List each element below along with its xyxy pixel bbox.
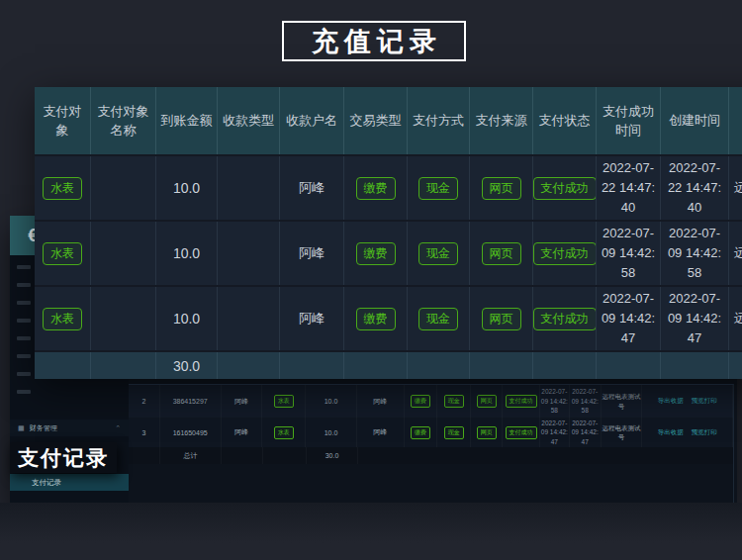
receive-type	[218, 287, 280, 350]
amount: 10.0	[306, 418, 357, 447]
header-trade-type: 交易类型	[344, 87, 408, 154]
object-name	[91, 287, 156, 350]
header-create-time: 创建时间	[661, 87, 729, 154]
amount: 10.0	[306, 385, 357, 418]
pay-source-tag: 网页	[482, 177, 521, 200]
create-time: 2022-07- 22 14:47: 40	[661, 156, 729, 220]
header-amount: 到账金额	[156, 87, 218, 154]
receive-type	[218, 222, 280, 285]
amount: 10.0	[156, 156, 218, 220]
payer-name: 阿峰	[222, 385, 263, 418]
trade-type-tag: 缴费	[356, 177, 396, 200]
pay-status-tag: 支付成功	[506, 426, 537, 439]
trade-type-tag: 缴费	[356, 308, 396, 330]
pay-method-tag: 现金	[418, 308, 458, 330]
create-time: 2022-07- 09 14:42: 58	[570, 385, 602, 418]
sidebar-item-payment-records[interactable]: 支付记录	[10, 474, 129, 491]
payee-name: 阿峰	[280, 287, 344, 350]
sidebar-section-finance[interactable]: ▦ 财务管理 ⌃	[10, 420, 129, 436]
sidebar-item-label: 支付记录	[32, 478, 61, 488]
recharge-records-table: 支付对象 支付对象名称 到账金额 收款类型 收款户名 交易类型 支付方式 支付来…	[35, 87, 742, 379]
page-title-box: 充值记录	[282, 21, 466, 61]
order-id: 161650495	[160, 418, 222, 447]
pay-object-tag: 水表	[43, 177, 82, 200]
export-receipt-link[interactable]: 导出收据	[658, 428, 684, 437]
success-time: 2022-07- 09 14:42: 47	[540, 418, 570, 447]
print-preview-link[interactable]: 预览打印	[692, 428, 717, 437]
background-table: 2 386415297 阿峰 水表 10.0 阿峰 缴费 现金 网页 支付成功 …	[129, 384, 734, 503]
sidebar-section-label: 财务管理	[30, 423, 57, 433]
header-pay-method: 支付方式	[408, 87, 470, 154]
pay-source-tag: 网页	[482, 308, 521, 330]
object-name	[91, 222, 156, 285]
header-pay-object: 支付对象	[35, 87, 91, 154]
create-time: 2022-07- 09 14:42: 47	[661, 287, 729, 350]
header-pay-status: 支付状态	[533, 87, 597, 154]
create-time: 2022-07- 09 14:42: 47	[570, 418, 602, 447]
success-time: 2022-07- 22 14:47: 40	[597, 156, 661, 220]
print-preview-link[interactable]: 预览打印	[692, 397, 717, 406]
remark: 远程电表测试号	[729, 222, 742, 285]
export-receipt-link[interactable]: 导出收据	[658, 397, 684, 406]
chevron-up-icon: ⌃	[115, 424, 121, 432]
page: { "title": "充值记录", "colors": { "accent_g…	[0, 0, 742, 560]
trade-type-tag: 缴费	[411, 395, 430, 408]
remark: 远程电表测试号	[602, 385, 643, 418]
pay-method-tag: 现金	[418, 242, 458, 265]
header-remark	[729, 87, 742, 154]
header-success-time: 支付成功时间	[597, 87, 661, 154]
row-index: 2	[129, 385, 160, 418]
pay-source-tag: 网页	[482, 242, 521, 265]
create-time: 2022-07- 09 14:42: 58	[661, 222, 729, 285]
window-bottom-shadow	[0, 503, 742, 560]
object-name	[91, 156, 156, 220]
header-payee: 收款户名	[280, 87, 344, 154]
payer-name: 阿峰	[222, 418, 263, 447]
pay-source-tag: 网页	[477, 395, 497, 408]
table-row: 3 161650495 阿峰 水表 10.0 阿峰 缴费 现金 网页 支付成功 …	[129, 418, 733, 447]
trade-type-tag: 缴费	[356, 242, 396, 265]
pay-status-tag: 支付成功	[533, 308, 597, 330]
total-amount: 30.0	[156, 352, 218, 379]
amount: 10.0	[156, 287, 218, 350]
pay-status-tag: 支付成功	[533, 242, 597, 265]
header-object-name: 支付对象名称	[91, 87, 156, 154]
remark: 远程电表测试号	[729, 156, 742, 220]
success-time: 2022-07- 09 14:42: 58	[597, 222, 661, 285]
page-title: 充值记录	[306, 24, 442, 59]
magnified-menu-label: 支付记录	[10, 442, 117, 473]
table-row: 水表 10.0 阿峰 缴费 现金 网页 支付成功 2022-07- 22 14:…	[35, 154, 742, 220]
table-header-row: 支付对象 支付对象名称 到账金额 收款类型 收款户名 交易类型 支付方式 支付来…	[35, 87, 742, 154]
pay-method-tag: 现金	[444, 426, 464, 439]
table-total-row: 总计 30.0	[129, 447, 733, 464]
success-time: 2022-07- 09 14:42: 47	[597, 287, 661, 350]
pay-object-tag: 水表	[43, 308, 82, 330]
pay-object-tag: 水表	[274, 395, 294, 408]
table-empty-row	[129, 464, 733, 499]
table-row: 2 386415297 阿峰 水表 10.0 阿峰 缴费 现金 网页 支付成功 …	[129, 385, 733, 418]
header-receive-type: 收款类型	[218, 87, 280, 154]
pay-source-tag: 网页	[477, 426, 497, 439]
receive-type	[218, 156, 280, 220]
pay-object-tag: 水表	[43, 242, 82, 265]
table-row: 水表 10.0 阿峰 缴费 现金 网页 支付成功 2022-07- 09 14:…	[35, 220, 742, 285]
pay-status-tag: 支付成功	[533, 177, 597, 200]
payee-name: 阿峰	[357, 385, 405, 418]
row-index: 3	[129, 418, 160, 447]
pay-status-tag: 支付成功	[506, 395, 537, 408]
folder-grid-icon: ▦	[18, 424, 25, 432]
payee-name: 阿峰	[280, 156, 344, 220]
success-time: 2022-07- 09 14:42: 58	[540, 385, 570, 418]
remark: 远程电表测试号	[602, 418, 643, 447]
table-row: 水表 10.0 阿峰 缴费 现金 网页 支付成功 2022-07- 09 14:…	[35, 285, 742, 350]
trade-type-tag: 缴费	[411, 426, 430, 439]
remark: 远程电表测试号	[729, 287, 742, 350]
table-total-row: 30.0	[35, 350, 742, 379]
amount: 10.0	[156, 222, 218, 285]
pay-method-tag: 现金	[418, 177, 458, 200]
payee-name: 阿峰	[357, 418, 405, 447]
total-amount: 30.0	[307, 447, 358, 464]
total-label: 总计	[160, 447, 222, 464]
pay-object-tag: 水表	[274, 426, 294, 439]
pay-method-tag: 现金	[444, 395, 464, 408]
